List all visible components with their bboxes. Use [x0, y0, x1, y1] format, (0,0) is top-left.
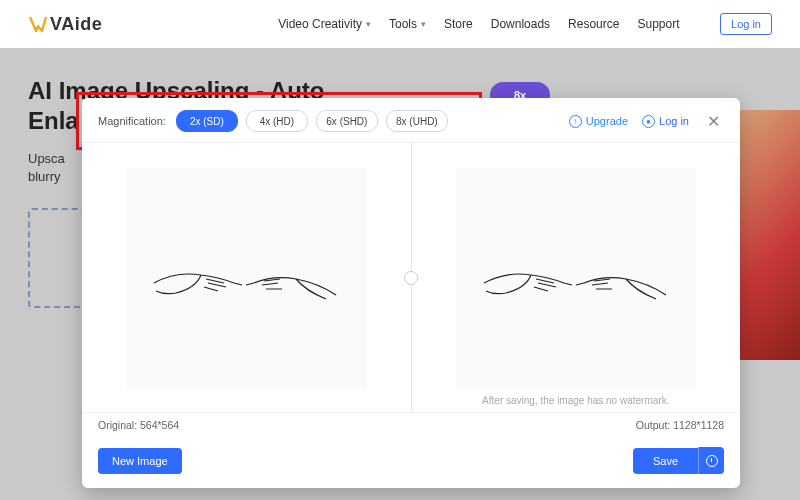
user-icon: ●	[642, 115, 655, 128]
hands-drawing-icon	[476, 233, 676, 323]
close-icon[interactable]: ✕	[703, 112, 724, 131]
upscale-modal: Magnification: 2x (SD) 4x (HD) 6x (SHD) …	[82, 98, 740, 488]
nav-store[interactable]: Store	[444, 17, 473, 31]
logo-mark-icon	[28, 15, 48, 33]
modal-toolbar: Magnification: 2x (SD) 4x (HD) 6x (SHD) …	[82, 98, 740, 142]
save-history-button[interactable]	[698, 447, 724, 474]
chevron-down-icon: ▾	[421, 19, 426, 29]
clock-icon	[706, 455, 718, 467]
magnification-options: 2x (SD) 4x (HD) 6x (SHD) 8x (UHD)	[176, 110, 448, 132]
mag-option-4x[interactable]: 4x (HD)	[246, 110, 308, 132]
original-dimensions: Original: 564*564	[98, 419, 411, 431]
compare-view: After saving, the image has no watermark…	[82, 142, 740, 412]
mag-option-2x[interactable]: 2x (SD)	[176, 110, 238, 132]
nav-login-button[interactable]: Log in	[720, 13, 772, 35]
modal-footer: New Image Save	[82, 437, 740, 488]
mag-option-8x[interactable]: 8x (UHD)	[386, 110, 448, 132]
output-dimensions: Output: 1128*1128	[411, 419, 724, 431]
modal-login-link[interactable]: ● Log in	[642, 115, 689, 128]
nav-resource[interactable]: Resource	[568, 17, 619, 31]
mag-option-6x[interactable]: 6x (SHD)	[316, 110, 378, 132]
original-pane	[82, 143, 411, 412]
upgrade-link[interactable]: ↑ Upgrade	[569, 115, 628, 128]
nav-video-creativity[interactable]: Video Creativity▾	[278, 17, 371, 31]
original-image	[126, 168, 366, 388]
output-pane: After saving, the image has no watermark…	[412, 143, 741, 412]
brand-text: VAide	[50, 14, 102, 35]
output-image	[456, 168, 696, 388]
nav-tools[interactable]: Tools▾	[389, 17, 426, 31]
nav-support[interactable]: Support	[637, 17, 679, 31]
magnification-label: Magnification:	[98, 115, 166, 127]
brand-logo[interactable]: VAide	[28, 14, 102, 35]
upgrade-icon: ↑	[569, 115, 582, 128]
nav-downloads[interactable]: Downloads	[491, 17, 550, 31]
top-nav: VAide Video Creativity▾ Tools▾ Store Dow…	[0, 0, 800, 48]
new-image-button[interactable]: New Image	[98, 448, 182, 474]
save-button[interactable]: Save	[633, 448, 698, 474]
dimensions-bar: Original: 564*564 Output: 1128*1128	[82, 412, 740, 437]
watermark-note: After saving, the image has no watermark…	[412, 395, 741, 406]
chevron-down-icon: ▾	[366, 19, 371, 29]
hands-drawing-icon	[146, 233, 346, 323]
